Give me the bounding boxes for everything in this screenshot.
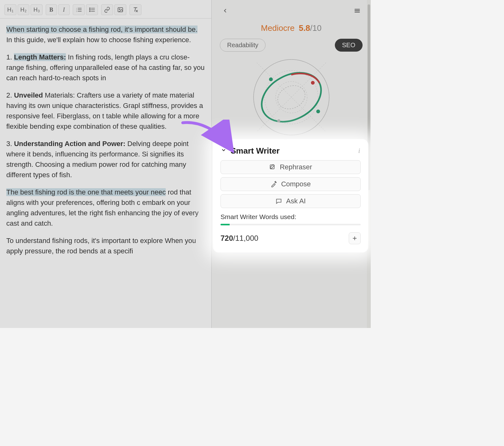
svg-point-30	[275, 181, 276, 182]
italic-label: I	[63, 7, 65, 13]
paragraph-4-highlight: The best fishing rod is the one that mee…	[6, 188, 166, 196]
heading-2-button[interactable]: H 2	[18, 4, 30, 15]
usage-bar-fill	[220, 224, 230, 225]
unordered-list-button[interactable]	[86, 4, 98, 15]
smart-writer-title: Smart Writer	[231, 146, 354, 156]
usage-counter: 720/11,000	[220, 234, 258, 243]
svg-text:3: 3	[76, 11, 77, 12]
list-item-1: 1. Length Matters: In fishing rods, leng…	[6, 52, 205, 83]
h2-sub: 2	[25, 9, 27, 13]
rephraser-button[interactable]: Rephraser	[220, 160, 361, 174]
usage-used: 720	[220, 234, 233, 242]
chevron-down-icon	[221, 148, 226, 154]
compose-button[interactable]: Compose	[220, 177, 361, 191]
usage-label: Smart Writer Words used:	[220, 213, 361, 221]
editor-pane: H 1 H 2 H 3 B I 123	[0, 0, 212, 328]
paragraph-5: To understand fishing rods, it's importa…	[6, 235, 205, 256]
back-button[interactable]	[219, 5, 231, 17]
li1-title: Length Matters:	[14, 53, 66, 61]
svg-point-13	[119, 9, 120, 9]
score-max: /10	[310, 23, 322, 33]
smart-writer-header[interactable]: Smart Writer i	[220, 145, 361, 160]
paragraph-1-highlight: When starting to choose a fishing rod, i…	[6, 25, 198, 33]
italic-button[interactable]: I	[58, 4, 70, 15]
compose-icon	[270, 181, 277, 188]
li3-title: Understanding Action and Power:	[14, 140, 125, 148]
menu-button[interactable]	[351, 5, 363, 17]
svg-point-26	[316, 110, 320, 113]
svg-point-8	[89, 9, 90, 10]
rephraser-icon	[269, 164, 276, 171]
rephraser-label: Rephraser	[280, 163, 312, 171]
list-item-3: 3. Understanding Action and Power: Delvi…	[6, 138, 205, 180]
compose-label: Compose	[281, 180, 311, 188]
svg-point-24	[269, 77, 273, 81]
panel-header	[212, 0, 371, 18]
document-body[interactable]: When starting to choose a fishing rod, i…	[0, 19, 211, 271]
panel-scrollbar[interactable]	[367, 0, 371, 328]
h1-sub: 1	[12, 9, 14, 13]
ask-ai-label: Ask AI	[286, 197, 306, 205]
clear-format-button[interactable]	[129, 4, 141, 15]
paragraph-1: When starting to choose a fishing rod, i…	[6, 24, 205, 45]
h3-label: H	[33, 7, 37, 13]
score-value: 5.8	[299, 23, 310, 33]
svg-point-25	[311, 81, 315, 85]
list-item-2: 2. Unveiled Materials: Crafters use a va…	[6, 90, 205, 132]
bold-button[interactable]: B	[46, 4, 57, 15]
smart-writer-card: Smart Writer i Rephraser Compose Ask AI …	[214, 140, 367, 251]
bold-label: B	[49, 7, 53, 13]
radar-chart	[238, 55, 345, 140]
info-icon[interactable]: i	[358, 147, 360, 155]
image-button[interactable]	[114, 4, 126, 15]
svg-point-29	[276, 182, 277, 183]
usage-sep: /	[233, 234, 235, 242]
scrollbar-thumb[interactable]	[368, 4, 370, 190]
add-words-button[interactable]: +	[349, 232, 361, 244]
heading-1-button[interactable]: H 1	[4, 4, 16, 15]
usage-limit: 11,000	[235, 234, 258, 242]
h2-label: H	[20, 7, 25, 13]
svg-point-10	[89, 11, 90, 12]
readability-pill[interactable]: Readability	[220, 39, 266, 52]
heading-3-button[interactable]: H 3	[31, 4, 43, 15]
ordered-list-button[interactable]: 123	[73, 4, 85, 15]
score-label: Mediocre	[261, 23, 295, 33]
insights-panel: Mediocre 5.8/10 Readability SEO T	[212, 0, 371, 328]
h3-sub: 3	[38, 9, 40, 13]
ask-ai-icon	[275, 198, 282, 205]
svg-point-6	[89, 8, 90, 9]
paragraph-1-rest: In this guide, we'll explain how to choo…	[6, 36, 191, 44]
editor-toolbar: H 1 H 2 H 3 B I 123	[0, 3, 211, 19]
usage-bar	[220, 224, 361, 225]
svg-point-27	[277, 119, 280, 122]
link-button[interactable]	[101, 4, 113, 15]
ask-ai-button[interactable]: Ask AI	[220, 194, 361, 208]
h1-label: H	[7, 7, 11, 13]
seo-pill[interactable]: SEO	[335, 39, 363, 52]
score-line: Mediocre 5.8/10	[212, 23, 371, 33]
li2-title: Unveiled	[14, 91, 43, 99]
paragraph-4: The best fishing rod is the one that mee…	[6, 187, 205, 229]
